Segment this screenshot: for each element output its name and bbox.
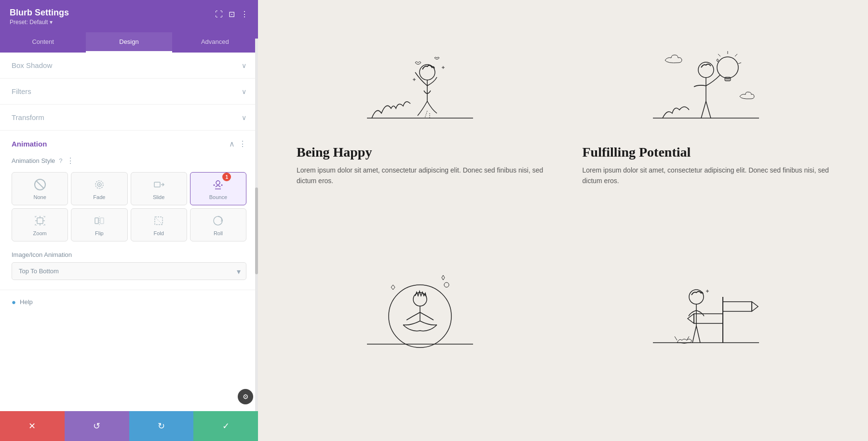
filters-label: Filters <box>12 87 31 95</box>
panel-header-icons: ⛶ ⊡ ⋮ <box>215 10 248 19</box>
svg-line-1 <box>36 181 44 188</box>
animation-more-icon[interactable]: ⋮ <box>239 139 246 148</box>
image-icon-animation-label: Image/Icon Animation <box>12 251 246 258</box>
svg-rect-5 <box>154 182 160 187</box>
fulfilling-potential-text: Lorem ipsum dolor sit amet, consectetur … <box>583 165 830 187</box>
style-option-none[interactable]: None <box>12 172 68 205</box>
flip-icon <box>93 214 106 228</box>
animation-collapse-icon[interactable]: ∧ <box>229 139 235 148</box>
svg-line-34 <box>701 101 706 118</box>
style-option-zoom[interactable]: Zoom <box>12 208 68 241</box>
svg-rect-56 <box>694 314 723 323</box>
svg-rect-19 <box>155 217 163 225</box>
animation-section: Animation ∧ ⋮ Animation Style ? ⋮ <box>0 131 258 290</box>
style-option-flip[interactable]: Flip <box>71 208 127 241</box>
svg-marker-57 <box>688 314 694 323</box>
style-option-fold[interactable]: Fold <box>131 208 187 241</box>
style-option-bounce[interactable]: 1 Bounce <box>190 172 246 205</box>
roll-icon <box>212 214 224 228</box>
main-content: Being Happy Lorem ipsum dolor sit amet, … <box>258 0 868 441</box>
fulfilling-potential-illustration <box>583 29 830 135</box>
style-option-roll[interactable]: Roll <box>190 208 246 241</box>
bounce-label: Bounce <box>209 194 227 200</box>
bounce-badge: 1 <box>222 173 231 181</box>
section-box-shadow[interactable]: Box Shadow ∨ <box>0 53 258 79</box>
redo-button[interactable]: ↻ <box>129 411 194 441</box>
fullscreen-icon[interactable]: ⛶ <box>215 10 223 19</box>
style-option-fade[interactable]: Fade <box>71 172 127 205</box>
style-grid: None Fade <box>12 172 246 241</box>
svg-rect-16 <box>95 218 98 224</box>
panel-preset[interactable]: Preset: Default ▾ <box>10 19 69 26</box>
svg-line-35 <box>706 101 711 118</box>
panel-tabs: Content Design Advanced <box>0 32 258 53</box>
panel-header-left: Blurb Settings Preset: Default ▾ <box>10 8 69 26</box>
none-icon <box>34 177 46 192</box>
animation-header-icons: ∧ ⋮ <box>229 139 246 148</box>
expand-icon[interactable]: ⊡ <box>229 10 235 19</box>
cancel-button[interactable]: ✕ <box>0 411 65 441</box>
fold-label: Fold <box>153 230 163 236</box>
svg-rect-11 <box>37 218 43 224</box>
help-row[interactable]: ● Help <box>0 290 258 314</box>
svg-point-36 <box>717 57 738 78</box>
panel-footer: ✕ ↺ ↻ ✓ <box>0 411 258 441</box>
svg-line-29 <box>425 111 427 118</box>
svg-line-20 <box>155 217 163 225</box>
section-filters[interactable]: Filters ∨ <box>0 79 258 105</box>
blurb-card-fulfilling-potential: Fulfilling Potential Lorem ipsum dolor s… <box>583 29 830 225</box>
animation-header: Animation ∧ ⋮ <box>12 139 246 148</box>
box-shadow-chevron: ∨ <box>242 62 246 69</box>
panel-header: Blurb Settings Preset: Default ▾ ⛶ ⊡ ⋮ <box>0 0 258 32</box>
direction-illustration <box>583 254 830 360</box>
blurb-card-being-happy: Being Happy Lorem ipsum dolor sit amet, … <box>297 29 544 225</box>
direction-select[interactable]: Top To Bottom Bottom To Top Left To Righ… <box>12 262 246 280</box>
svg-point-7 <box>216 181 220 185</box>
transform-chevron: ∨ <box>242 114 246 121</box>
svg-line-42 <box>738 63 741 64</box>
tab-design[interactable]: Design <box>86 32 172 53</box>
more-options-icon[interactable]: ⋮ <box>241 10 248 19</box>
svg-line-43 <box>718 54 720 56</box>
style-option-slide[interactable]: Slide <box>131 172 187 205</box>
fade-label: Fade <box>93 194 105 200</box>
panel-body: Box Shadow ∨ Filters ∨ Transform ∨ Anima… <box>0 53 258 441</box>
svg-rect-17 <box>100 218 104 224</box>
direction-select-wrapper: Top To Bottom Bottom To Top Left To Righ… <box>12 262 246 280</box>
svg-line-52 <box>696 326 700 343</box>
scrollbar-thumb[interactable] <box>255 187 258 274</box>
zoom-label: Zoom <box>33 230 47 236</box>
animation-style-more-icon[interactable]: ⋮ <box>67 156 74 165</box>
svg-point-49 <box>689 290 704 304</box>
fade-icon <box>93 177 106 192</box>
svg-point-10 <box>221 185 223 186</box>
animation-style-label: Animation Style <box>12 157 55 164</box>
svg-point-46 <box>444 282 449 287</box>
help-circle-icon: ● <box>12 298 16 306</box>
svg-marker-55 <box>752 302 758 311</box>
being-happy-illustration <box>297 29 544 135</box>
svg-point-9 <box>214 185 215 186</box>
bounce-icon: 1 <box>212 177 224 192</box>
animation-style-help-icon[interactable]: ? <box>59 157 62 164</box>
animation-style-row: Animation Style ? ⋮ <box>12 156 246 165</box>
tab-content[interactable]: Content <box>0 32 86 53</box>
animation-title: Animation <box>12 140 47 148</box>
slide-icon <box>152 177 165 192</box>
floating-action-button[interactable]: ⚙ <box>238 389 253 404</box>
section-transform[interactable]: Transform ∨ <box>0 105 258 131</box>
save-button[interactable]: ✓ <box>193 411 258 441</box>
svg-point-4 <box>98 184 100 186</box>
box-shadow-label: Box Shadow <box>12 61 52 69</box>
roll-label: Roll <box>214 230 223 236</box>
svg-line-41 <box>735 54 737 56</box>
none-label: None <box>33 194 46 200</box>
flip-label: Flip <box>95 230 104 236</box>
undo-button[interactable]: ↺ <box>65 411 129 441</box>
filters-chevron: ∨ <box>242 88 246 95</box>
blurb-card-meditation <box>297 254 544 412</box>
svg-line-61 <box>687 336 689 340</box>
tab-advanced[interactable]: Advanced <box>172 32 258 53</box>
settings-panel: Blurb Settings Preset: Default ▾ ⛶ ⊡ ⋮ C… <box>0 0 258 441</box>
blurb-card-direction <box>583 254 830 412</box>
